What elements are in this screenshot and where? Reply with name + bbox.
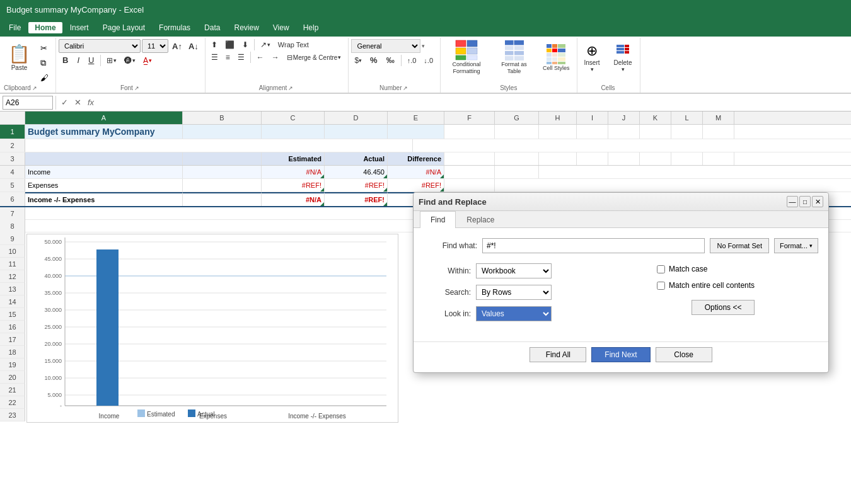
cut-button[interactable]: ✂ (37, 42, 52, 55)
cell-i3[interactable] (577, 152, 608, 165)
cell-k3[interactable] (640, 152, 671, 165)
options-button[interactable]: Options << (692, 300, 755, 315)
cell-k1[interactable] (640, 125, 671, 139)
rownum-9[interactable]: 9 (0, 232, 25, 245)
within-select[interactable]: Workbook Sheet (476, 263, 552, 278)
match-entire-label[interactable]: Match entire cell contents (669, 281, 755, 290)
text-orientation-button[interactable]: ↗▾ (257, 39, 274, 50)
format-table-button[interactable]: Format as Table (492, 39, 536, 76)
format-painter-button[interactable]: 🖌 (37, 71, 52, 84)
col-header-j[interactable]: J (608, 112, 640, 124)
menu-home[interactable]: Home (28, 22, 62, 33)
cell-f3[interactable] (444, 152, 495, 165)
col-header-b[interactable]: B (183, 112, 262, 124)
cell-e5[interactable]: #REF! (388, 179, 444, 192)
rownum-14[interactable]: 14 (0, 295, 25, 308)
border-button[interactable]: ⊞▾ (103, 55, 120, 66)
formula-check-icon[interactable]: ✓ (59, 98, 71, 107)
font-expand-icon[interactable]: ↗ (134, 85, 139, 91)
cell-d5[interactable]: #REF! (325, 179, 388, 192)
align-bottom-button[interactable]: ⬇ (239, 39, 252, 50)
menu-formulas[interactable]: Formulas (153, 22, 197, 33)
increase-indent-button[interactable]: → (269, 52, 282, 63)
match-entire-checkbox[interactable] (657, 282, 665, 290)
cell-i1[interactable] (577, 125, 608, 139)
align-left-button[interactable]: ☰ (208, 52, 221, 63)
cell-c1[interactable] (262, 125, 325, 139)
col-header-f[interactable]: F (444, 112, 495, 124)
rownum-7[interactable]: 7 (0, 207, 25, 220)
clipboard-expand-icon[interactable]: ↗ (32, 85, 37, 91)
cell-e4[interactable]: #N/A (388, 166, 444, 178)
col-header-k[interactable]: K (640, 112, 671, 124)
cell-a2[interactable] (25, 139, 413, 152)
col-header-l[interactable]: L (671, 112, 703, 124)
wrap-text-button[interactable]: Wrap Text (275, 40, 312, 50)
paste-button[interactable]: 📋 Paste (4, 39, 35, 76)
rownum-5[interactable]: 5 (0, 179, 25, 192)
font-shrink-button[interactable]: A↓ (186, 40, 201, 52)
menu-review[interactable]: Review (228, 22, 265, 33)
cell-styles-button[interactable]: Cell Styles (538, 39, 574, 76)
search-select[interactable]: By Rows By Columns (476, 285, 552, 300)
rownum-6[interactable]: 6 (0, 192, 25, 206)
italic-button[interactable]: I (73, 54, 83, 66)
cell-g3[interactable] (495, 152, 539, 165)
font-grow-button[interactable]: A↑ (170, 40, 185, 52)
rownum-12[interactable]: 12 (0, 270, 25, 283)
rownum-22[interactable]: 22 (0, 396, 25, 409)
cell-f4[interactable] (444, 166, 495, 178)
decrease-indent-button[interactable]: ← (253, 52, 267, 63)
rownum-8[interactable]: 8 (0, 220, 25, 232)
find-all-button[interactable]: Find All (530, 347, 586, 362)
menu-file[interactable]: File (3, 22, 27, 33)
cell-a3[interactable] (25, 152, 183, 165)
tab-find[interactable]: Find (420, 211, 456, 228)
rownum-1[interactable]: 1 (0, 125, 25, 139)
match-case-checkbox[interactable] (657, 265, 665, 273)
menu-data[interactable]: Data (198, 22, 226, 33)
col-header-h[interactable]: H (539, 112, 577, 124)
menu-insert[interactable]: Insert (64, 22, 95, 33)
rownum-2[interactable]: 2 (0, 139, 25, 152)
find-what-input[interactable] (482, 238, 705, 253)
close-button[interactable]: Close (656, 347, 712, 362)
font-size-select[interactable]: 11 (142, 39, 168, 53)
dialog-minimize-button[interactable]: — (787, 196, 798, 207)
comma-button[interactable]: ‰ (383, 54, 398, 66)
cell-d4[interactable]: 46.450 (325, 166, 388, 178)
rownum-18[interactable]: 18 (0, 346, 25, 358)
cell-d1[interactable] (325, 125, 388, 139)
font-family-select[interactable]: Calibri (59, 39, 141, 53)
cell-j3[interactable] (608, 152, 640, 165)
rownum-15[interactable]: 15 (0, 308, 25, 321)
cell-b4[interactable] (183, 166, 262, 178)
delete-button[interactable]: Delete ▾ (610, 39, 637, 76)
menu-page-layout[interactable]: Page Layout (96, 22, 151, 33)
alignment-expand-icon[interactable]: ↗ (288, 85, 293, 91)
col-header-c[interactable]: C (262, 112, 325, 124)
cell-f5[interactable] (444, 179, 495, 192)
copy-button[interactable]: ⧉ (37, 56, 52, 70)
underline-button[interactable]: U (84, 54, 98, 66)
number-expand-icon[interactable]: ↗ (403, 85, 408, 91)
formula-input[interactable] (98, 98, 848, 107)
cell-c3[interactable]: Estimated (262, 152, 325, 165)
cell-c6[interactable]: #N/A (262, 192, 325, 206)
rownum-16[interactable]: 16 (0, 321, 25, 333)
col-header-g[interactable]: G (495, 112, 539, 124)
col-header-m[interactable]: M (703, 112, 734, 124)
number-format-select[interactable]: General (351, 39, 420, 53)
look-in-select[interactable]: Formulas Values Comments (476, 306, 552, 321)
cell-l3[interactable] (671, 152, 703, 165)
align-right-button[interactable]: ☰ (234, 52, 248, 63)
col-header-a[interactable]: A (25, 112, 183, 124)
cell-a5[interactable]: Expenses (25, 179, 183, 192)
no-format-set-button[interactable]: No Format Set (710, 238, 769, 253)
rownum-13[interactable]: 13 (0, 283, 25, 295)
cell-m3[interactable] (703, 152, 734, 165)
match-case-label[interactable]: Match case (669, 265, 707, 273)
cell-f1[interactable] (444, 125, 495, 139)
font-color-button[interactable]: A̲▾ (140, 55, 155, 66)
rownum-11[interactable]: 11 (0, 258, 25, 270)
